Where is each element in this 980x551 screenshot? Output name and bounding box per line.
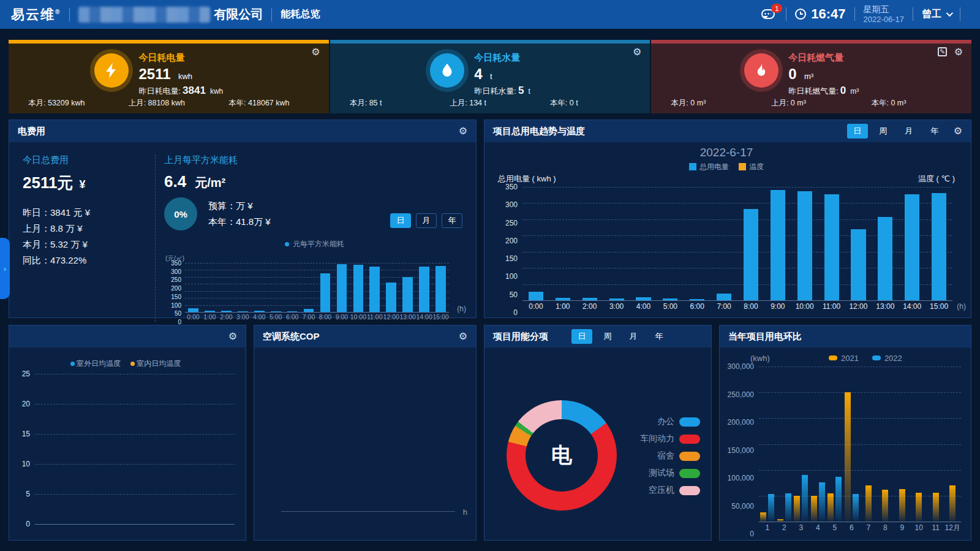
kpi-stats-row: 本月: 85 t 上月: 134 t 本年: 0 t — [330, 98, 650, 108]
temperature-chart: 0510152025 — [17, 374, 235, 524]
clock-icon — [795, 9, 806, 20]
today-cost-label: 今日总费用 — [23, 154, 153, 166]
cost-this-month: 本月：5.32 万 ¥ — [23, 237, 153, 253]
kpi-card-electricity: ⚙ 今日耗电量 2511 kwh 昨日耗电量:3841kwh 本月: — [9, 40, 329, 113]
nav-energy-overview[interactable]: 能耗总览 — [281, 8, 320, 21]
kpi-value: 4 — [474, 66, 482, 82]
gear-icon[interactable]: ⚙ — [459, 126, 467, 136]
x-unit-label: h — [463, 507, 467, 517]
x-unit-label: (h) — [457, 305, 466, 313]
kpi-stats-row: 本月: 53209 kwh 上月: 88108 kwh 本年: 418067 k… — [9, 98, 329, 108]
x-unit-label: (h) — [957, 302, 966, 311]
gear-icon[interactable]: ⚙ — [459, 332, 467, 341]
stat-month: 本月: 53209 kwh — [28, 98, 129, 108]
period-tabs: 日 周 月 年 — [571, 329, 669, 344]
year-line: 本年：41.8万 ¥ — [208, 214, 271, 230]
date: 2022-06-17 — [864, 15, 905, 25]
tab-week[interactable]: 周 — [873, 124, 894, 139]
kpi-title: 今日耗水量 — [474, 52, 530, 64]
water-drop-icon — [430, 53, 464, 88]
kpi-card-gas: ✎ ⚙ 今日耗燃气量 0 m³ 昨日耗燃气量:0m³ 本 — [651, 40, 971, 113]
divider — [69, 8, 70, 21]
dashed-divider — [155, 154, 156, 322]
sqm-unit: 元/m² — [195, 176, 225, 189]
divider — [854, 7, 855, 21]
legend-swatch — [829, 355, 837, 360]
card-accent-bar — [330, 40, 650, 44]
kpi-yesterday: 昨日耗水量:5t — [474, 85, 530, 97]
legend-label: 元每平方米能耗 — [293, 239, 344, 249]
user-menu[interactable]: 曾工 — [922, 8, 951, 21]
today-cost-block: 今日总费用 2511元¥ 昨日：3841 元 ¥ 上月：8.8 万 ¥ 本月：5… — [23, 154, 153, 322]
legend-swatch — [679, 486, 700, 495]
kpi-unit: m³ — [804, 72, 813, 81]
gear-icon[interactable]: ⚙ — [954, 126, 962, 136]
tab-month[interactable]: 月 — [899, 124, 919, 139]
kpi-card-row: ⚙ 今日耗电量 2511 kwh 昨日耗电量:3841kwh 本月: — [9, 40, 971, 113]
cost-chart-legend: 元每平方米能耗 — [164, 239, 465, 249]
x-axis-line — [281, 511, 455, 512]
flame-icon — [744, 53, 778, 88]
chevron-down-icon — [946, 10, 953, 17]
panel-title: 电费用 — [18, 126, 45, 137]
panel-title: 项目总用电趋势与温度 — [493, 126, 585, 137]
legend-outdoor: 室外日均温度 — [70, 359, 121, 369]
legend-2022: 2022 — [872, 354, 902, 363]
kpi-yesterday: 昨日耗电量:3841kwh — [138, 85, 223, 97]
legend-power: 总用电量 — [689, 162, 729, 172]
tab-month[interactable]: 月 — [623, 329, 644, 344]
tab-year[interactable]: 年 — [924, 124, 945, 139]
current-time: 16:47 — [811, 6, 845, 22]
kpi-value: 2511 — [138, 66, 170, 82]
gear-icon[interactable]: ⚙ — [228, 332, 237, 341]
tab-day[interactable]: 日 — [571, 329, 592, 344]
temperature-legend: 室外日均温度 室内日均温度 — [17, 359, 235, 369]
cost-yesterday: 昨日：3841 元 ¥ — [23, 205, 153, 221]
today-cost-value: 2511元 — [23, 173, 73, 192]
period-tabs: 日 周 月 年 — [847, 124, 945, 139]
panel-title: 当年项目用电环比 — [728, 331, 802, 343]
divider — [786, 7, 786, 21]
legend-swatch — [679, 435, 700, 444]
yearly-legend: 2021 2022 — [829, 354, 902, 363]
notification-badge: 1 — [771, 4, 782, 13]
tab-month[interactable]: 月 — [416, 213, 437, 228]
tab-year[interactable]: 年 — [649, 329, 669, 344]
stat-last-month: 上月: 88108 kwh — [129, 98, 229, 108]
messages-button[interactable]: 1 — [761, 9, 775, 19]
legend-indoor: 室内日均温度 — [130, 359, 181, 369]
sqm-value: 6.4 — [164, 172, 186, 191]
panel-hvac-cop: 空调系统COP ⚙ h — [254, 325, 477, 541]
power-trend-chart: 050100150200250300350 0:001:002:003:004:… — [498, 187, 952, 313]
kpi-card-water: ⚙ 今日耗水量 4 t 昨日耗水量:5t 本月: 85 t — [330, 40, 650, 113]
budget-line: 预算：万 ¥ — [208, 198, 271, 214]
period-tabs: 日 月 年 — [390, 213, 462, 228]
donut-center-label: 电 — [526, 419, 598, 492]
panel-power-trend: 项目总用电趋势与温度 日 周 月 年 ⚙ 2022-6-17 总用电量 温度 — [484, 120, 971, 318]
kpi-unit: t — [490, 72, 492, 81]
brand-logo: 易云维® — [11, 6, 61, 24]
sidebar-expander[interactable]: › — [0, 238, 10, 299]
cost-per-sqm-chart: 050100150200250300350 0:001:002:003:004:… — [164, 263, 449, 322]
yearly-compare-chart: 050,000100,000150,000200,000250,000300,0… — [725, 367, 961, 534]
legend-item: 车间动力 — [640, 433, 700, 444]
donut-chart: 电 — [507, 400, 617, 511]
top-nav-bar: 易云维® 有限公司 能耗总览 1 16:47 星期五 2022-06-17 曾工 — [0, 0, 980, 29]
legend-item: 空压机 — [640, 485, 700, 496]
card-accent-bar — [9, 40, 329, 44]
chevron-right-icon: › — [4, 264, 6, 273]
legend-item: 办公 — [640, 416, 700, 427]
legend-swatch — [739, 163, 746, 170]
legend-2021: 2021 — [829, 354, 859, 363]
legend-swatch — [872, 355, 881, 360]
tab-week[interactable]: 周 — [597, 329, 618, 344]
tab-day[interactable]: 日 — [847, 124, 868, 139]
legend-item: 宿舍 — [640, 450, 700, 462]
tab-year[interactable]: 年 — [442, 213, 462, 228]
kpi-stats-row: 本月: 0 m³ 上月: 0 m³ 本年: 0 m³ — [651, 98, 971, 108]
stat-last-month: 上月: 0 m³ — [771, 98, 872, 108]
legend-item: 测试场 — [640, 468, 700, 479]
tab-day[interactable]: 日 — [390, 213, 411, 228]
legend-swatch — [679, 469, 700, 478]
panel-temperature: ⚙ 室外日均温度 室内日均温度 0510152025 — [9, 325, 246, 541]
